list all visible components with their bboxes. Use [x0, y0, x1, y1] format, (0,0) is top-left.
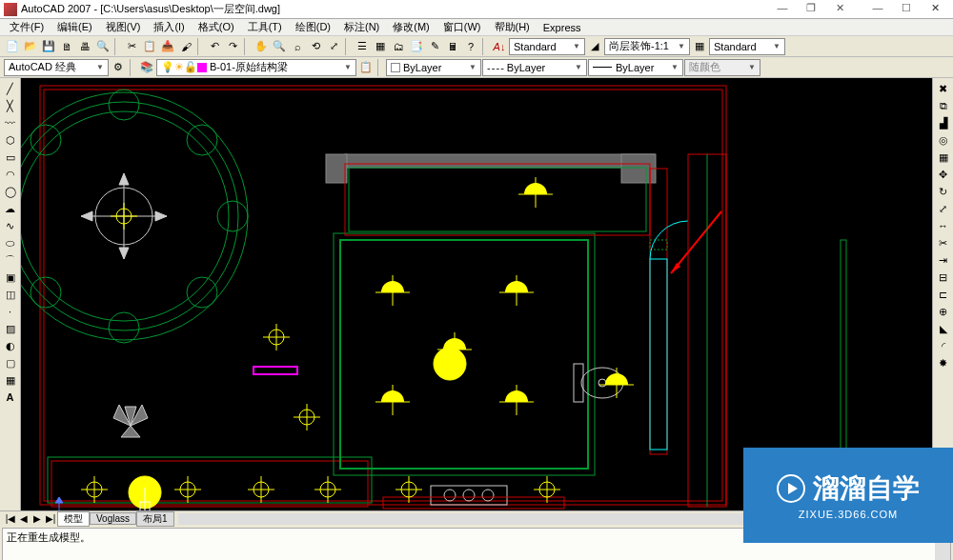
inner-close-button[interactable]: ✕	[825, 2, 854, 17]
menu-dim[interactable]: 标注(N)	[338, 20, 385, 34]
revcloud-icon[interactable]: ☁	[2, 200, 19, 217]
menu-format[interactable]: 格式(O)	[193, 20, 240, 34]
tool-palette-icon[interactable]: 🗂	[390, 38, 407, 55]
open-icon[interactable]: 📂	[22, 38, 39, 55]
erase-icon[interactable]: ✖	[935, 80, 952, 97]
menu-tools[interactable]: 工具(T)	[242, 20, 288, 34]
copy-obj-icon[interactable]: ⧉	[935, 97, 952, 114]
lineweight-combo[interactable]: ByLayer▼	[588, 59, 683, 76]
undo-icon[interactable]: ↶	[206, 38, 223, 55]
workspace-combo[interactable]: AutoCAD 经典▼	[4, 59, 109, 76]
preview-icon[interactable]: 🔍	[94, 38, 112, 55]
color-combo[interactable]: ByLayer▼	[386, 59, 481, 76]
circle-icon[interactable]: ◯	[2, 183, 19, 200]
fillet-icon[interactable]: ◜	[935, 337, 952, 354]
linetype-combo[interactable]: - - - -ByLayer▼	[482, 59, 587, 76]
join-icon[interactable]: ⊕	[935, 303, 952, 320]
mtext-icon[interactable]: A	[2, 389, 19, 406]
table-style-combo[interactable]: Standard▼	[709, 38, 785, 55]
xline-icon[interactable]: ╳	[2, 97, 19, 114]
menu-express[interactable]: Express	[537, 22, 587, 33]
rectangle-icon[interactable]: ▭	[2, 149, 19, 166]
tab-layout1[interactable]: 布局1	[136, 511, 174, 527]
tab-model[interactable]: 模型	[57, 511, 90, 527]
plotstyle-combo[interactable]: 随颜色▼	[684, 59, 760, 76]
explode-icon[interactable]: ✸	[935, 354, 952, 371]
inner-minimize-button[interactable]: —	[768, 2, 797, 17]
pan-icon[interactable]: ✋	[253, 38, 270, 55]
inner-restore-button[interactable]: ❐	[797, 2, 825, 17]
maximize-button[interactable]: ☐	[892, 2, 921, 17]
sheet-set-icon[interactable]: 📑	[408, 38, 425, 55]
table-icon[interactable]: ▦	[2, 371, 19, 389]
polygon-icon[interactable]: ⬡	[2, 131, 19, 149]
line-icon[interactable]: ╱	[2, 80, 19, 97]
point-icon[interactable]: ·	[2, 303, 19, 320]
plot-icon[interactable]: 🖶	[76, 38, 93, 55]
tab-nav-prev[interactable]: ◀	[17, 513, 30, 524]
offset-icon[interactable]: ◎	[935, 131, 952, 149]
menu-insert[interactable]: 插入(I)	[148, 20, 190, 34]
pline-icon[interactable]: 〰	[2, 114, 19, 131]
extend-icon[interactable]: ⇥	[935, 251, 952, 269]
tab-nav-first[interactable]: |◀	[4, 513, 17, 524]
dim-style-icon[interactable]: ◢	[586, 38, 603, 55]
zoom-realtime-icon[interactable]: 🔍	[271, 38, 288, 55]
ellipse-icon[interactable]: ⬭	[2, 234, 19, 251]
menu-window[interactable]: 窗口(W)	[437, 20, 487, 34]
insert-block-icon[interactable]: ▣	[2, 269, 19, 286]
mirror-icon[interactable]: ▟	[935, 114, 952, 131]
scale-icon[interactable]: ⤢	[935, 200, 952, 217]
break-point-icon[interactable]: ⊟	[935, 269, 952, 286]
drawing-canvas[interactable]: 01 04	[21, 78, 932, 510]
make-block-icon[interactable]: ◫	[2, 286, 19, 303]
redo-icon[interactable]: ↷	[224, 38, 241, 55]
layer-manager-icon[interactable]: 📚	[138, 59, 155, 76]
tab-voglass[interactable]: Voglass	[90, 512, 136, 525]
properties-icon[interactable]: ☰	[354, 38, 371, 55]
array-icon[interactable]: ▦	[935, 149, 952, 166]
dim-style-combo[interactable]: 尚层装饰-1:1▼	[604, 38, 690, 55]
menu-view[interactable]: 视图(V)	[100, 20, 147, 34]
trim-icon[interactable]: ✂	[935, 234, 952, 251]
zoom-prev-icon[interactable]: ⟲	[307, 38, 324, 55]
save-icon[interactable]: 💾	[40, 38, 57, 55]
layer-states-icon[interactable]: 📋	[357, 59, 375, 76]
menu-help[interactable]: 帮助(H)	[489, 20, 536, 34]
ellipse-arc-icon[interactable]: ⌒	[2, 251, 19, 269]
chamfer-icon[interactable]: ◣	[935, 320, 952, 337]
menu-draw[interactable]: 绘图(D)	[290, 20, 336, 34]
spline-icon[interactable]: ∿	[2, 217, 19, 234]
menu-file[interactable]: 文件(F)	[4, 20, 50, 34]
workspace-settings-icon[interactable]: ⚙	[110, 59, 127, 76]
calc-icon[interactable]: 🖩	[444, 38, 461, 55]
text-style-icon[interactable]: A↓	[491, 38, 508, 55]
stretch-icon[interactable]: ↔	[935, 217, 952, 234]
arc-icon[interactable]: ◠	[2, 166, 19, 183]
help-icon[interactable]: ?	[462, 38, 479, 55]
region-icon[interactable]: ▢	[2, 354, 19, 371]
copy-icon[interactable]: 📋	[141, 38, 158, 55]
matchprop-icon[interactable]: 🖌	[177, 38, 194, 55]
break-icon[interactable]: ⊏	[935, 286, 952, 303]
paste-icon[interactable]: 📥	[159, 38, 176, 55]
zoom-ext-icon[interactable]: ⤢	[325, 38, 342, 55]
close-button[interactable]: ✕	[921, 2, 949, 17]
markup-icon[interactable]: ✎	[426, 38, 443, 55]
rotate-icon[interactable]: ↻	[935, 183, 952, 200]
design-center-icon[interactable]: ▦	[372, 38, 389, 55]
layer-combo[interactable]: 💡 ☀ 🔓 B-01-原始结构梁 ▼	[156, 59, 356, 76]
new-icon[interactable]: 📄	[4, 38, 21, 55]
tab-nav-last[interactable]: ▶|	[44, 513, 57, 524]
hatch-icon[interactable]: ▨	[2, 320, 19, 337]
saveall-icon[interactable]: 🗎	[58, 38, 75, 55]
cut-icon[interactable]: ✂	[123, 38, 140, 55]
table-style-icon[interactable]: ▦	[691, 38, 708, 55]
minimize-button[interactable]: —	[863, 2, 892, 17]
text-style-combo[interactable]: Standard▼	[509, 38, 585, 55]
tab-nav-next[interactable]: ▶	[30, 513, 44, 524]
menu-modify[interactable]: 修改(M)	[387, 20, 436, 34]
move-icon[interactable]: ✥	[935, 166, 952, 183]
gradient-icon[interactable]: ◐	[2, 337, 19, 354]
menu-edit[interactable]: 编辑(E)	[51, 20, 98, 34]
